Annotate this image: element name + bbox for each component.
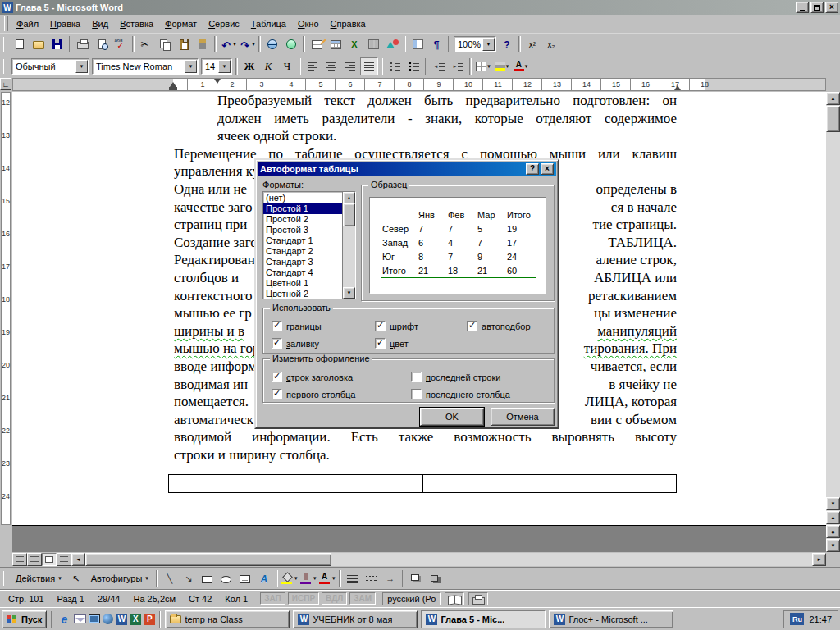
menu-item[interactable]: Справка	[325, 16, 372, 31]
arrow-button[interactable]	[180, 569, 198, 587]
arrow-style-button[interactable]	[381, 569, 399, 587]
spelling-status-icon[interactable]	[445, 592, 464, 605]
table-cell[interactable]	[168, 474, 423, 493]
line-style-button[interactable]	[344, 569, 362, 587]
checkbox-option[interactable]: строк заголовка	[272, 369, 411, 385]
minimize-button[interactable]	[796, 2, 809, 13]
close-button[interactable]: ×	[825, 2, 838, 13]
list-scroll-down-button[interactable]: ▼	[343, 287, 355, 299]
subscript-button[interactable]	[542, 35, 560, 53]
align-justify-button[interactable]	[360, 57, 378, 75]
help-button[interactable]	[498, 35, 516, 53]
formats-listbox[interactable]: (нет)Простой 1Простой 2Простой 3Стандарт…	[262, 191, 356, 299]
hyperlink-button[interactable]	[263, 35, 281, 53]
format-option[interactable]: (нет)	[263, 193, 342, 203]
excel-icon[interactable]	[130, 614, 141, 625]
vertical-scrollbar[interactable]: ▲ ▼ ▲ ● ▼	[826, 92, 840, 552]
line-button[interactable]	[161, 569, 179, 587]
underline-button[interactable]: Ч	[278, 57, 296, 75]
taskbar-task[interactable]: Глава 5 - Mic...	[421, 610, 546, 628]
align-center-button[interactable]	[322, 57, 340, 75]
align-right-button[interactable]	[341, 57, 359, 75]
insert-table-button[interactable]	[326, 35, 345, 53]
first-line-indent-marker[interactable]	[214, 79, 221, 84]
font-combo[interactable]: Times New Roman▼	[92, 58, 199, 75]
format-option[interactable]: Цветной 2	[263, 289, 342, 299]
autoshapes-menu-button[interactable]: Автофигуры▾	[86, 569, 153, 587]
rectangle-button[interactable]	[199, 569, 217, 587]
copy-button[interactable]	[156, 35, 174, 53]
page-layout-view-button[interactable]	[42, 553, 57, 566]
actions-menu-button[interactable]: Действия▾	[11, 569, 66, 587]
checkbox-option[interactable]: заливку	[272, 336, 375, 351]
italic-button[interactable]: К	[259, 57, 277, 75]
formats-scrollbar[interactable]: ▲ ▼	[342, 192, 355, 299]
highlight-button[interactable]: ▾	[493, 57, 511, 75]
select-browse-object-button[interactable]: ●	[826, 525, 840, 538]
outdent-button[interactable]	[430, 57, 448, 75]
new-button[interactable]	[11, 35, 29, 53]
menu-item[interactable]: Окно	[292, 16, 325, 31]
right-indent-marker[interactable]	[674, 85, 681, 90]
menu-item[interactable]: Сервис	[203, 16, 245, 31]
scroll-left-button[interactable]: ◄	[71, 553, 85, 566]
checkbox-option[interactable]: шрифт	[375, 318, 467, 334]
checkbox-option[interactable]: первого столбца	[272, 386, 411, 402]
scroll-up-button[interactable]: ▲	[826, 92, 840, 105]
font-color-button[interactable]: ▾	[512, 57, 530, 75]
format-option[interactable]: Простой 2	[263, 214, 342, 225]
horizontal-scrollbar[interactable]	[85, 553, 812, 566]
internet-explorer-icon[interactable]	[57, 612, 71, 627]
zoom-combo[interactable]: 100%▼	[454, 36, 496, 52]
web-button[interactable]	[282, 35, 300, 53]
dash-style-button[interactable]	[363, 569, 381, 587]
powerpoint-icon[interactable]	[144, 614, 155, 625]
word-icon[interactable]	[116, 614, 127, 625]
normal-view-button[interactable]	[12, 553, 27, 566]
bullets-button[interactable]	[404, 57, 422, 75]
format-option[interactable]: Стандарт 1	[263, 235, 342, 246]
checkbox[interactable]	[272, 372, 282, 382]
menu-item[interactable]: Формат	[159, 16, 203, 31]
format-option[interactable]: Простой 1	[263, 203, 342, 214]
drawing-button[interactable]	[383, 35, 401, 53]
next-page-button[interactable]: ▼	[826, 539, 840, 552]
title-bar[interactable]: Глава 5 - Microsoft Word ×	[0, 0, 840, 15]
menu-item[interactable]: Вид	[86, 16, 114, 31]
scroll-right-button[interactable]: ►	[812, 553, 826, 566]
web-view-button[interactable]	[27, 553, 42, 566]
outlook-express-icon[interactable]	[74, 614, 86, 623]
taskbar-task[interactable]: УЧЕБНИК от 8 мая	[293, 610, 418, 628]
horizontal-scroll-thumb[interactable]	[85, 553, 331, 566]
status-language[interactable]: русский (Ро	[382, 592, 441, 605]
cut-button[interactable]	[137, 35, 155, 53]
checkbox-option[interactable]: автоподбор	[467, 318, 554, 334]
checkbox-option[interactable]: последнего столбца	[411, 386, 555, 402]
toolbar-grip[interactable]	[4, 16, 8, 31]
horizontal-ruler[interactable]: 123456789101112131415161718	[12, 78, 826, 91]
shadow-button[interactable]	[407, 569, 425, 587]
size-combo[interactable]: 14▼	[201, 58, 232, 75]
list-scroll-thumb[interactable]	[343, 203, 355, 226]
format-option[interactable]: Стандарт 2	[263, 246, 342, 257]
toolbar-grip[interactable]	[3, 571, 7, 586]
channels-icon[interactable]	[103, 614, 113, 624]
menu-item[interactable]: Вставка	[114, 16, 159, 31]
wordart-button[interactable]	[255, 569, 273, 587]
dialog-help-button[interactable]: ?	[526, 163, 539, 175]
checkbox[interactable]	[375, 338, 386, 349]
redo-button[interactable]: ▾	[238, 35, 256, 53]
maximize-button[interactable]	[810, 2, 824, 13]
tab-alignment-selector[interactable]: ∟	[0, 78, 11, 90]
outline-view-button[interactable]	[57, 553, 71, 566]
doc-map-button[interactable]	[409, 35, 427, 53]
save-button[interactable]	[48, 35, 66, 53]
cancel-button[interactable]: Отмена	[491, 408, 555, 426]
paste-button[interactable]	[175, 35, 193, 53]
vertical-scroll-thumb[interactable]	[826, 106, 840, 132]
print-button[interactable]	[74, 35, 92, 53]
scroll-down-button[interactable]: ▼	[826, 497, 840, 510]
menu-item[interactable]: Таблица	[245, 16, 292, 31]
excel-button[interactable]	[345, 35, 363, 53]
line-color-button[interactable]: ▾	[299, 569, 317, 587]
